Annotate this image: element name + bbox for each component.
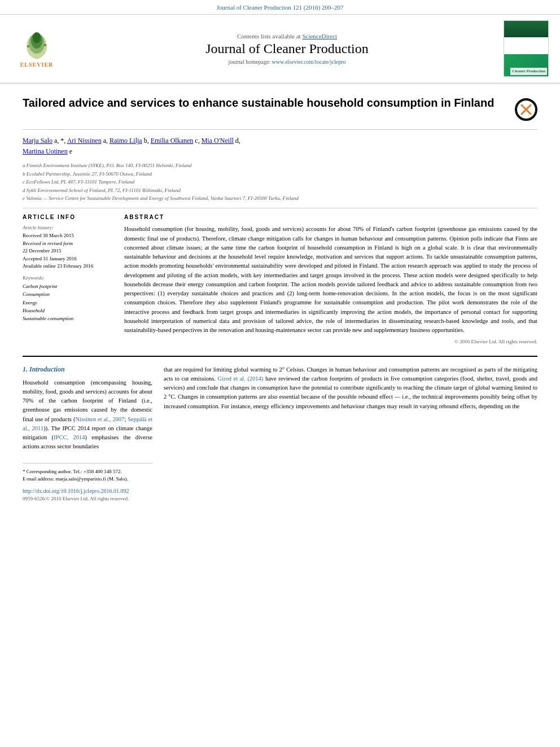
- article-info-panel: ARTICLE INFO Article history: Received 3…: [23, 214, 113, 344]
- cover-text: Cleaner Production: [510, 68, 547, 75]
- paper-content: Tailored advice and services to enhance …: [0, 84, 560, 513]
- elsevier-brand-text: ELSEVIER: [20, 62, 54, 68]
- girod-link[interactable]: Girod et al. (2014): [218, 375, 264, 382]
- available-date: Available online 23 February 2016: [23, 263, 113, 270]
- history-label: Article history:: [23, 225, 113, 230]
- affiliations-block: a Finnish Environment Institute (SYKE), …: [23, 161, 537, 208]
- science-direct-text: Contents lists available at ScienceDirec…: [71, 33, 504, 40]
- abstract-title: ABSTRACT: [124, 214, 537, 220]
- journal-cover-image: Cleaner Production: [504, 20, 549, 77]
- homepage-link[interactable]: www.elsevier.com/locate/jclepro: [272, 59, 346, 65]
- main-body: 1. Introduction Household consumption (e…: [23, 356, 537, 501]
- copyright-notice: © 2016 Elsevier Ltd. All rights reserved…: [124, 339, 537, 344]
- cover-background: [504, 21, 548, 54]
- keyword-5: Sustainable consumption: [23, 314, 113, 322]
- affiliation-e: e Valonia — Service Centre for Sustainab…: [23, 194, 537, 202]
- abstract-text: Household consumption (for housing, mobi…: [124, 225, 537, 335]
- author-marja[interactable]: Marja Salo: [23, 137, 53, 145]
- journal-center-header: Contents lists available at ScienceDirec…: [71, 33, 504, 65]
- footnote-email: E-mail address: marja.salo@ymparisto.fi …: [23, 475, 152, 483]
- issn-line: 0959-6526/© 2016 Elsevier Ltd. All right…: [23, 496, 152, 501]
- info-abstract-columns: ARTICLE INFO Article history: Received 3…: [23, 214, 537, 344]
- keyword-3: Energy: [23, 299, 113, 307]
- journal-reference-bar: Journal of Cleaner Production 121 (2016)…: [0, 0, 560, 15]
- intro-right-text: that are required for limiting global wa…: [164, 365, 537, 411]
- paper-title: Tailored advice and services to enhance …: [23, 95, 515, 110]
- keywords-label: Keywords:: [23, 275, 113, 281]
- abstract-panel: ABSTRACT Household consumption (for hous…: [124, 214, 537, 344]
- keyword-2: Consumption: [23, 290, 113, 298]
- ipcc-link[interactable]: IPCC, 2014: [54, 434, 85, 440]
- received-revised-label: Received in revised form: [23, 240, 113, 248]
- accepted-date: Accepted 31 January 2016: [23, 255, 113, 263]
- author-emilia[interactable]: Emilia Olkanen: [151, 137, 194, 145]
- journal-header: ELSEVIER Contents lists available at Sci…: [0, 15, 560, 84]
- author-mia[interactable]: Mia O'Neill: [202, 137, 234, 145]
- affiliation-b: b Ecolabel Partnership, Jussintie 27, FI…: [23, 170, 537, 178]
- authors-line: Marja Salo a, *, Ari Nissinen a, Raimo L…: [23, 136, 537, 157]
- author-raimo[interactable]: Raimo Lilja: [110, 137, 142, 145]
- svg-point-4: [33, 32, 41, 43]
- keyword-4: Household: [23, 307, 113, 314]
- received-revised-date: 22 December 2015: [23, 247, 113, 255]
- affiliation-a: a Finnish Environment Institute (SYKE), …: [23, 161, 537, 169]
- svg-point-5: [27, 45, 29, 47]
- author-martina[interactable]: Martina Uotinen: [23, 147, 68, 155]
- keyword-1: Carbon footprint: [23, 282, 113, 290]
- body-left-column: 1. Introduction Household consumption (e…: [23, 365, 152, 501]
- svg-point-6: [44, 44, 46, 46]
- intro-heading: 1. Introduction: [23, 365, 152, 374]
- body-right-column: that are required for limiting global wa…: [164, 365, 537, 501]
- journal-ref-link[interactable]: Journal of Cleaner Production 121 (2016)…: [217, 4, 344, 11]
- article-info-title: ARTICLE INFO: [23, 214, 113, 220]
- science-direct-link[interactable]: ScienceDirect: [302, 33, 337, 40]
- intro-left-text: Household consumption (encompassing hous…: [23, 378, 152, 452]
- journal-homepage: journal homepage: www.elsevier.com/locat…: [71, 59, 504, 65]
- elsevier-logo: ELSEVIER: [11, 29, 62, 68]
- elsevier-tree-icon: [17, 29, 56, 60]
- affiliation-c: c EcoFellows Ltd, PL 487, FI-33101 Tampe…: [23, 178, 537, 186]
- footnote-area: * Corresponding author. Tel.: +358 400 1…: [23, 463, 152, 483]
- doi-link[interactable]: http://dx.doi.org/10.1016/j.jclepro.2016…: [23, 488, 152, 494]
- author-ari[interactable]: Ari Nissinen: [67, 137, 102, 145]
- footnote-corresponding: * Corresponding author. Tel.: +358 400 1…: [23, 468, 152, 476]
- received-date: Received 30 March 2015: [23, 232, 113, 240]
- keywords-list: Carbon footprint Consumption Energy Hous…: [23, 282, 113, 323]
- paper-title-section: Tailored advice and services to enhance …: [23, 95, 537, 130]
- crossmark-logo[interactable]: [515, 98, 537, 121]
- journal-title: Journal of Cleaner Production: [71, 41, 504, 56]
- affiliation-d: d Sykli Environmental School of Finland,…: [23, 186, 537, 194]
- nissinen-link[interactable]: Nissinen et al., 2007: [75, 416, 124, 422]
